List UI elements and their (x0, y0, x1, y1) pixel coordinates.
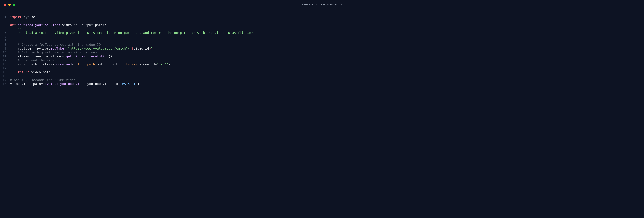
line-number: 7 (0, 39, 10, 43)
code-content[interactable]: # Create a YouTube object with the video… (10, 43, 644, 47)
code-token: = (95, 62, 97, 66)
code-token: video_id (134, 47, 149, 50)
line-number: 14 (0, 66, 10, 70)
code-editor[interactable]: 1import pytube2 3def download_youtube_vi… (0, 9, 644, 218)
line-number: 9 (0, 47, 10, 50)
code-content[interactable]: video_path = stream.download(output_path… (10, 62, 644, 66)
code-line[interactable]: 1import pytube (0, 15, 644, 19)
code-token: ".mp4" (157, 62, 168, 66)
code-content[interactable]: # About 20 seconds for 330MB video (10, 78, 644, 82)
line-number: 3 (0, 23, 10, 27)
code-token: % (10, 82, 12, 86)
code-token: youtube_video_id (87, 82, 118, 86)
code-token: , (78, 23, 82, 27)
code-token: ) (138, 82, 139, 86)
code-content[interactable]: # Download the video (10, 58, 644, 62)
code-token: ( (64, 47, 66, 50)
code-line[interactable]: 10 # Get the highest resolution video st… (0, 50, 644, 54)
code-content[interactable] (10, 19, 644, 23)
code-token: Download a YouTube video given its ID, s… (18, 31, 255, 35)
window-title: Download YT Video & Transcript (302, 3, 342, 6)
code-token (16, 23, 18, 27)
code-token: youtube (35, 55, 49, 58)
code-token (10, 27, 18, 31)
code-line[interactable]: 17# About 20 seconds for 330MB video (0, 78, 644, 82)
code-line[interactable]: 13 video_path = stream.download(output_p… (0, 62, 644, 66)
code-line[interactable]: 14 (0, 66, 644, 70)
line-number: 6 (0, 35, 10, 39)
code-token (10, 31, 18, 35)
minimize-icon[interactable] (8, 3, 11, 6)
titlebar: Download YT Video & Transcript (0, 0, 644, 9)
line-number: 16 (0, 74, 10, 78)
code-token: " (151, 47, 153, 50)
code-content[interactable]: """ (10, 27, 644, 31)
code-token: """ (18, 27, 24, 31)
code-token: YouTube (50, 47, 64, 50)
code-token: return (18, 70, 30, 74)
code-token: = (39, 62, 41, 66)
code-token: video_path (31, 70, 50, 74)
code-line[interactable]: 9 youtube = pytube.YouTube(f"https://www… (0, 47, 644, 50)
code-token: stream (18, 55, 31, 58)
code-token: # Download the video (18, 58, 56, 62)
code-line[interactable]: 11 stream = youtube.streams.get_highest_… (0, 55, 644, 58)
code-content[interactable]: return video_path (10, 70, 644, 74)
code-content[interactable]: """ (10, 35, 644, 39)
code-token (10, 70, 18, 74)
zoom-icon[interactable] (12, 3, 15, 6)
code-token: # Create a YouTube object with the video… (18, 43, 101, 46)
code-token (10, 62, 18, 66)
code-token: video_id (62, 23, 78, 27)
code-content[interactable]: youtube = pytube.YouTube(f"https://www.y… (10, 47, 644, 50)
code-line[interactable]: 16 (0, 74, 644, 78)
code-content[interactable]: import pytube (10, 15, 644, 19)
code-line[interactable]: 3def download_youtube_video(video_id, ou… (0, 23, 644, 27)
code-token (10, 50, 18, 54)
code-token: filename (122, 62, 138, 66)
code-content[interactable]: Download a YouTube video given its ID, s… (10, 31, 644, 35)
code-line[interactable]: 5 Download a YouTube video given its ID,… (0, 31, 644, 35)
code-content[interactable] (10, 39, 644, 43)
code-token: download (56, 62, 72, 66)
code-line[interactable]: 12 # Download the video (0, 58, 644, 62)
line-number: 11 (0, 55, 10, 58)
code-line[interactable]: 8 # Create a YouTube object with the vid… (0, 43, 644, 47)
code-token: import (10, 15, 22, 19)
code-content[interactable] (10, 66, 644, 70)
code-token: ) (153, 47, 155, 50)
line-number: 18 (0, 82, 10, 86)
code-content[interactable] (10, 74, 644, 78)
code-token: ( (60, 23, 62, 27)
code-line[interactable]: 2 (0, 19, 644, 23)
code-content[interactable]: stream = youtube.streams.get_highest_res… (10, 55, 644, 58)
code-token (41, 62, 43, 66)
code-token: () (108, 55, 112, 58)
code-token: time video_path (12, 82, 41, 86)
code-line[interactable]: 18%time video_path=download_youtube_vide… (0, 82, 644, 86)
code-token: streams (50, 55, 64, 58)
code-line[interactable]: 7 (0, 39, 644, 43)
code-token: output_path (82, 23, 103, 27)
code-line[interactable]: 4 """ (0, 27, 644, 31)
code-line[interactable]: 6 """ (0, 35, 644, 39)
code-token: video_id (139, 62, 155, 66)
line-number: 10 (0, 50, 10, 54)
code-token: stream (43, 62, 54, 66)
code-token (35, 47, 37, 50)
code-token: = (138, 62, 139, 66)
code-token: } (149, 47, 151, 50)
close-icon[interactable] (4, 3, 6, 6)
code-content[interactable]: # Get the highest resolution video strea… (10, 50, 644, 54)
code-token: # About 20 seconds for 330MB video (10, 78, 76, 82)
code-token: output_path (97, 62, 118, 66)
code-token: = (31, 55, 33, 58)
code-token: . (49, 55, 50, 58)
code-token (10, 55, 18, 58)
code-content[interactable]: def download_youtube_video(video_id, out… (10, 23, 644, 27)
code-line[interactable]: 15 return video_path (0, 70, 644, 74)
code-content[interactable]: %time video_path=download_youtube_video(… (10, 82, 644, 86)
line-number: 4 (0, 27, 10, 31)
code-token: ) (168, 62, 170, 66)
line-number: 1 (0, 15, 10, 19)
